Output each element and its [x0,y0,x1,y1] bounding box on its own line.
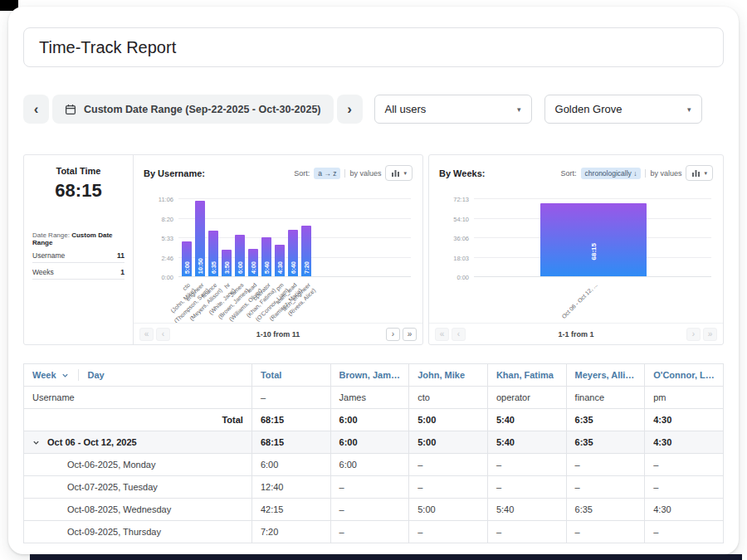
y-axis-tick: 54:10 [436,215,469,222]
charts-row: Total Time 68:15 Date Range: Custom Date… [23,154,724,345]
bar-value-label: 6:00 [237,261,244,274]
bar[interactable]: 4:00 [248,249,258,277]
y-axis-tick: 72:13 [436,196,469,203]
chart-title: By Weeks: [439,168,485,178]
row-label-cell: Total [24,409,252,431]
summary-panel: Total Time 68:15 Date Range: Custom Date… [24,155,134,344]
table-cell: 7:20 [251,521,330,543]
table-cell: 6:00 [330,409,409,431]
total-time-value: 68:15 [32,180,124,202]
chevron-right-icon: › [347,101,352,118]
pager-left-buttons: «‹ [435,328,466,341]
day-header-label: Day [88,370,105,380]
sort-mode-label[interactable]: by values [349,169,381,178]
pager-left-buttons: «‹ [139,328,170,341]
row-label-cell: Username [24,387,252,409]
column-header[interactable]: Total [251,364,330,387]
bar-chart-icon [691,168,701,178]
table-cell: – [409,454,488,476]
bar[interactable]: 3:50 [222,250,232,276]
chevron-down-icon [61,372,69,379]
column-header[interactable]: Brown, James [330,364,409,387]
column-header-week-day[interactable]: WeekDay [24,364,252,387]
table-cell: – [566,521,645,543]
column-header[interactable]: O'Connor, Liam [645,364,724,387]
next-date-range-button[interactable]: › [337,95,363,124]
y-axis-tick: 11:06 [140,196,173,203]
table-cell: 4:30 [645,499,724,521]
report-title-input[interactable]: Time-Track Report [23,27,724,67]
weeks-chart-panel: By Weeks: Sort: chronologically ↓ by val… [428,154,724,345]
users-select[interactable]: All users ▾ [374,95,532,124]
table-cell: – [645,521,724,543]
week-sort-control[interactable]: Week [32,370,56,380]
table-cell: 6:00 [330,454,409,476]
bar[interactable]: 6:40 [288,230,298,276]
divider [78,369,79,381]
table-cell: – [409,476,488,499]
table-cell: 5:40 [487,499,566,521]
chevron-down-icon: ▾ [403,170,407,177]
column-header[interactable]: Khan, Fatima [487,364,566,387]
pager-range-text: 1-1 from 1 [429,330,723,338]
table-cell: 4:30 [645,431,724,454]
bar-value-label: 68:15 [590,243,598,260]
chart-type-button[interactable]: ▾ [686,165,713,181]
prev-page-button: ‹ [156,328,170,341]
bars-area: 68:15 [477,199,710,276]
table-cell: 6:35 [566,499,645,521]
table-cell: cto [409,387,488,409]
last-page-button[interactable]: » [403,328,417,341]
sort-order-badge[interactable]: chronologically ↓ [581,168,642,179]
table-cell: 12:40 [251,476,330,499]
bar[interactable]: 6:35 [208,231,218,276]
row-label-cell[interactable]: Oct 06 - Oct 12, 2025 [24,431,252,454]
table-cell: – [487,476,566,499]
chart-title: By Username: [144,168,205,178]
date-range-picker[interactable]: Custom Date Range (Sep-22-2025 - Oct-30-… [52,95,334,124]
chart-controls: Sort: a → z by values ▾ [294,165,413,181]
group-select[interactable]: Golden Grove ▾ [544,95,702,124]
table-row: Oct-09-2025, Thursday7:20––––– [24,521,724,543]
prev-page-button: ‹ [452,328,466,341]
column-header[interactable]: Meyers, Allison [566,364,645,387]
chevron-down-icon: ▾ [704,170,707,177]
table-cell: – [330,521,409,543]
table-cell: 5:40 [487,431,566,454]
bar-value-label: 6:40 [290,261,297,274]
users-select-value: All users [385,103,427,115]
table-cell: pm [645,387,724,409]
prev-date-range-button[interactable]: ‹ [23,95,49,124]
report-table-wrap: WeekDayTotalBrown, JamesJohn, MikeKhan, … [23,363,724,543]
row-label-cell: Oct-09-2025, Thursday [24,521,252,543]
bar[interactable]: 7:20 [301,226,311,276]
table-cell: – [330,499,409,521]
bar[interactable]: 5:00 [182,241,192,276]
bar[interactable]: 68:15 [540,203,647,276]
divider [645,169,646,178]
table-cell: 5:00 [409,499,488,521]
bar[interactable]: 5:40 [261,237,271,276]
next-page-button[interactable]: › [386,328,400,341]
week-toggle[interactable]: Oct 06 - Oct 12, 2025 [32,437,243,447]
table-cell: James [330,387,409,409]
table-cell: – [251,387,330,409]
bar[interactable]: 4:30 [275,245,285,276]
bar[interactable]: 6:00 [235,235,245,276]
table-cell: 6:35 [566,409,645,431]
group-select-value: Golden Grove [555,103,622,115]
y-axis-tick: 5:33 [140,235,173,242]
chart-type-button[interactable]: ▾ [385,165,413,181]
screen: Time-Track Report ‹ Custom Date Range (S… [0,0,747,560]
page-title: Time-Track Report [39,38,176,57]
bar-value-label: 4:30 [276,261,284,274]
summary-stat-username: Username 11 [32,246,124,263]
chart-pagination: «‹1-1 from 1›» [429,323,723,344]
bar[interactable]: 10:50 [195,201,205,276]
column-header[interactable]: John, Mike [409,364,488,387]
sort-order-badge[interactable]: a → z [314,168,340,179]
chart-header: By Weeks: Sort: chronologically ↓ by val… [429,155,723,181]
report-card: Time-Track Report ‹ Custom Date Range (S… [8,7,739,554]
x-axis-labels: cto(John, Mike)engineer(Thompson, Sam)fi… [140,280,411,323]
sort-mode-label[interactable]: by values [650,169,681,178]
